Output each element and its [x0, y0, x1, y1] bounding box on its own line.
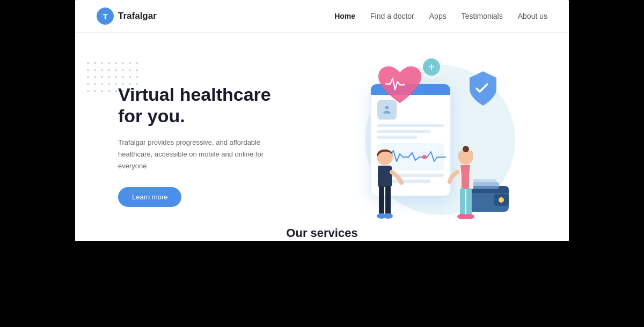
hero-section: // Will be generated inline below Virtua… — [75, 33, 569, 241]
decoration-dot — [87, 76, 89, 78]
nav-link-about[interactable]: About us — [518, 12, 547, 20]
decoration-dot — [94, 83, 96, 85]
nav-link-apps[interactable]: Apps — [429, 12, 447, 20]
line-1 — [377, 124, 444, 127]
decoration-dot — [115, 90, 117, 92]
decoration-dot — [94, 90, 96, 92]
decoration-dot — [101, 76, 103, 78]
plus-circle-icon: + — [423, 58, 440, 76]
decoration-dot — [94, 76, 96, 78]
patient-person — [365, 145, 402, 231]
svg-rect-16 — [460, 188, 465, 216]
nav-link-testimonials[interactable]: Testimonials — [462, 12, 503, 20]
decoration-dot — [87, 69, 89, 71]
decoration-dot — [129, 69, 131, 71]
decoration-dot — [115, 62, 117, 64]
services-heading: Our services — [286, 226, 357, 240]
svg-point-1 — [422, 155, 427, 159]
decoration-dot — [136, 62, 138, 64]
hero-illustration: + — [322, 54, 547, 236]
decoration-dot — [87, 62, 89, 64]
svg-point-14 — [463, 146, 469, 152]
decoration-dot — [115, 76, 117, 78]
shield-illustration — [467, 70, 499, 110]
decoration-dot — [108, 69, 110, 71]
decoration-dot — [94, 69, 96, 71]
decoration-dot — [108, 83, 110, 85]
decoration-dot — [101, 69, 103, 71]
nav-links: Home Find a doctor Apps Testimonials Abo… — [334, 12, 547, 20]
decoration-dot — [129, 76, 131, 78]
svg-rect-8 — [378, 166, 392, 187]
svg-point-19 — [464, 214, 474, 219]
decoration-dot — [122, 76, 124, 78]
nav-link-find-doctor[interactable]: Find a doctor — [370, 12, 414, 20]
decoration-dot — [136, 69, 138, 71]
decoration-dot — [122, 69, 124, 71]
line-2 — [377, 130, 430, 133]
hero-description: Trafalgar provides progressive, and affo… — [118, 137, 279, 172]
decoration-dot — [115, 83, 117, 85]
decoration-dot — [115, 69, 117, 71]
svg-point-12 — [383, 213, 393, 219]
nav-link-home[interactable]: Home — [334, 12, 355, 20]
decoration-dot — [108, 62, 110, 64]
decoration-dot — [87, 83, 89, 85]
brand-logo: T — [97, 8, 114, 25]
line-3 — [377, 136, 417, 139]
decoration-dot — [101, 62, 103, 64]
decoration-dot — [108, 90, 110, 92]
decoration-dot — [101, 83, 103, 85]
decoration-dot — [122, 62, 124, 64]
decoration-dot — [136, 76, 138, 78]
svg-rect-10 — [385, 186, 391, 215]
svg-point-4 — [499, 197, 504, 203]
doctor-person — [445, 145, 486, 231]
services-section-preview: Our services — [75, 225, 569, 241]
brand-name: Trafalgar — [118, 11, 157, 21]
hero-content: Virtual healthcarefor you. Trafalgar pro… — [118, 84, 322, 207]
hero-title: Virtual healthcarefor you. — [118, 84, 322, 128]
svg-rect-9 — [379, 186, 384, 215]
learn-more-button[interactable]: Learn more — [118, 187, 181, 207]
navbar: T Trafalgar Home Find a doctor Apps Test… — [75, 0, 569, 33]
browser-frame: T Trafalgar Home Find a doctor Apps Test… — [75, 0, 569, 241]
decoration-dot — [87, 90, 89, 92]
brand: T Trafalgar — [97, 8, 157, 25]
heart-illustration — [376, 65, 424, 110]
decoration-dot — [101, 90, 103, 92]
decoration-dot — [108, 76, 110, 78]
decoration-dot — [94, 62, 96, 64]
svg-rect-17 — [466, 188, 472, 216]
decoration-dot — [129, 62, 131, 64]
